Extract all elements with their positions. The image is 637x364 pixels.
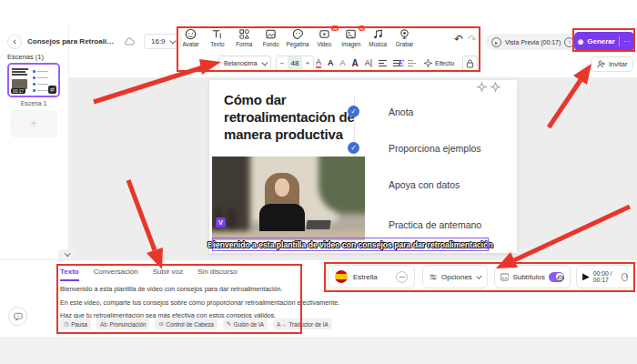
toolbar-grabar[interactable]: Grabar: [392, 28, 417, 52]
chevron-down-icon: [477, 273, 482, 278]
background-icon: [265, 28, 277, 40]
duration-icon[interactable]: [622, 273, 628, 281]
undo-icon[interactable]: ↶: [454, 33, 463, 46]
generate-label: Generar: [587, 37, 615, 46]
chat-icon: [14, 312, 23, 321]
align-icon[interactable]: [379, 59, 387, 68]
opacity-icon[interactable]: [408, 59, 416, 68]
app-window: ‹ Consejos para Retroalimen... 16:9 ▸ Vi…: [0, 0, 637, 364]
script-text-area[interactable]: Bienvenido a esta plantilla de video con…: [60, 285, 298, 319]
bell-icon[interactable]: [555, 270, 566, 282]
transition-icon[interactable]: ⇄: [48, 86, 56, 94]
lock-button[interactable]: [462, 56, 478, 71]
font-size-stepper: − 48 +: [276, 56, 314, 71]
voice-selector[interactable]: Estrella: [328, 265, 415, 288]
playback-control: ▶ 00:00 / 00:17: [576, 265, 634, 288]
sliders-icon: [430, 273, 437, 281]
script-tools: ◷Pausa AbPronunciación ⊙Control de Cabez…: [60, 318, 332, 329]
pronunciation-tag[interactable]: AbPronunciación: [96, 318, 149, 329]
video-icon: [318, 28, 330, 40]
checklist-item[interactable]: ✓ Proporciona ejemplos: [348, 142, 481, 154]
text-color-icon[interactable]: A: [316, 58, 321, 68]
add-scene-button[interactable]: +: [10, 110, 57, 137]
generate-button[interactable]: ◉ Generar ···: [574, 32, 634, 51]
toolbar-musica[interactable]: Música: [366, 28, 390, 52]
selection-handle[interactable]: [487, 241, 490, 248]
check-icon: ✓: [348, 106, 359, 117]
ai-script-tag[interactable]: ✎Guión de IA: [223, 318, 268, 329]
script-line[interactable]: Bienvenido a esta plantilla de video con…: [60, 285, 298, 293]
slide-canvas[interactable]: Cómo dar retroalimentación de manera pro…: [209, 80, 517, 253]
highlight-icon[interactable]: A: [340, 59, 346, 67]
remove-emotion-icon[interactable]: [396, 271, 408, 283]
subtitle-text: Bienvenido a esta plantilla de video con…: [207, 240, 492, 249]
project-title[interactable]: Consejos para Retroalimen...: [27, 37, 118, 46]
pause-icon: ◷: [64, 320, 69, 328]
back-button[interactable]: ‹: [7, 35, 22, 49]
info-icon: i: [564, 37, 574, 47]
redo-icon[interactable]: ↷: [468, 33, 477, 46]
scene-duration-badge: 00:17: [11, 88, 25, 94]
effect-button[interactable]: Efecto: [424, 56, 454, 71]
font-family-select[interactable]: Belanosima: [218, 56, 271, 71]
collapse-panel-button[interactable]: [58, 249, 76, 259]
generate-icon: ◉: [578, 38, 583, 46]
scene-thumbnail[interactable]: 00:17 ⇄: [7, 63, 60, 97]
bold-icon[interactable]: A: [328, 59, 334, 67]
time-display: 00:00 / 00:17: [593, 270, 618, 283]
options-dropdown[interactable]: Opciones: [422, 265, 488, 288]
sparkle-icon: [490, 82, 500, 92]
toolbar-avatar[interactable]: Avatar: [178, 28, 203, 52]
toolbar-fondo[interactable]: Fondo: [258, 28, 283, 52]
tab-texto[interactable]: Texto: [60, 268, 79, 281]
toolbar-imagen[interactable]: AI Imagen: [339, 28, 363, 52]
watermark-logo: V: [216, 217, 226, 228]
preview-button[interactable]: ▸ Vista Previa (00:17) i: [485, 34, 581, 50]
invite-button[interactable]: Invitar: [591, 56, 633, 72]
more-options-icon[interactable]: ···: [623, 37, 631, 46]
font-size-value[interactable]: 48: [288, 56, 302, 70]
scene-thumbnail-preview: 00:17 ⇄: [9, 65, 58, 96]
checklist-item[interactable]: ✓ Practica de antemano: [348, 218, 481, 230]
invite-label: Invitar: [609, 60, 627, 68]
selection-handle[interactable]: [211, 241, 214, 248]
text-icon: [211, 28, 223, 40]
feedback-button[interactable]: [8, 307, 27, 326]
ai-assistant-sparkles[interactable]: [477, 82, 500, 92]
music-icon: [372, 28, 384, 40]
chevron-down-icon: [261, 60, 267, 66]
cloud-sync-icon: [124, 37, 135, 46]
checklist-item[interactable]: ✓ Anota: [348, 106, 413, 117]
webcam-icon: [399, 28, 410, 40]
tab-conversacion[interactable]: Conversación: [94, 268, 138, 281]
text-animate-icon[interactable]: E: [398, 57, 404, 68]
font-size-decrease[interactable]: −: [277, 56, 288, 70]
play-button[interactable]: ▶: [582, 272, 590, 281]
script-line[interactable]: En este video, comparte tus consejos sob…: [60, 298, 298, 307]
ai-script-icon: ✎: [227, 320, 231, 328]
font-size-increase[interactable]: +: [302, 56, 313, 70]
toolbar-video[interactable]: AI Video: [312, 28, 337, 52]
head-control-tag[interactable]: ⊙Control de Cabeza: [155, 318, 217, 329]
sparkle-icon: [424, 59, 432, 67]
ai-badge: AI: [359, 25, 366, 31]
avatar-video[interactable]: V: [212, 157, 365, 240]
tab-subir-voz[interactable]: Subir voz: [153, 268, 183, 281]
subtitle-overlay[interactable]: Bienvenido a esta plantilla de video con…: [212, 238, 489, 251]
tab-sin-discurso[interactable]: Sin discurso: [197, 268, 238, 281]
font-name: Belanosima: [224, 60, 258, 66]
script-tabs: Texto Conversación Subir voz Sin discurs…: [60, 268, 238, 281]
pause-tag[interactable]: ◷Pausa: [60, 318, 91, 329]
timeline-strip: [0, 337, 637, 364]
ai-translator-tag[interactable]: A→Traductor de IA: [273, 318, 332, 329]
aspect-ratio-select[interactable]: 16:9: [144, 34, 181, 49]
spacing-icon[interactable]: A|: [365, 59, 372, 67]
stroke-icon[interactable]: A: [352, 59, 359, 68]
person-add-icon: [597, 60, 605, 68]
toolbar-texto[interactable]: Texto: [205, 28, 229, 52]
toolbar-pegatina[interactable]: Pegatina: [286, 28, 310, 52]
image-icon: [345, 28, 357, 40]
ai-translator-icon: A→: [277, 321, 287, 328]
button-divider: [619, 36, 620, 46]
toolbar-forma[interactable]: Forma: [232, 28, 257, 52]
